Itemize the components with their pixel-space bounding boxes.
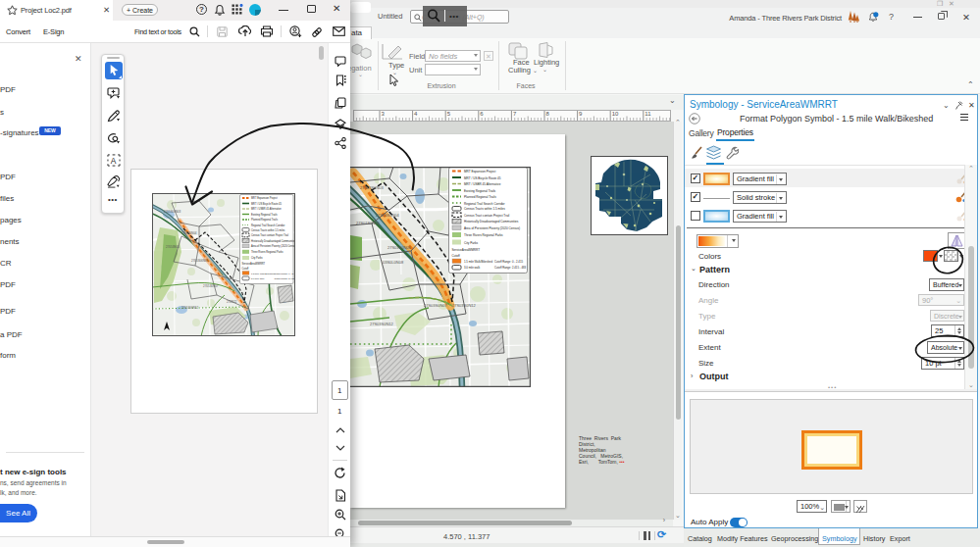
svg-text:27S03S0N12: 27S03S0N12: [370, 322, 394, 326]
svg-text:1.5 mile Walk/Bikeshed: 1.5 mile Walk/Bikeshed: [251, 273, 276, 274]
svg-text:ServiceAreaWMRRT: ServiceAreaWMRRT: [452, 248, 481, 252]
svg-text:Cutoff Range: 0 - 2.415: Cutoff Range: 0 - 2.415: [275, 273, 296, 274]
svg-text:City Parks: City Parks: [251, 256, 263, 260]
svg-text:Historically Disadvantaged Com: Historically Disadvantaged Communities: [464, 220, 519, 224]
svg-text:3.0 mile walk: 3.0 mile walk: [464, 266, 481, 270]
svg-text:27S03S0N12: 27S03S0N12: [452, 303, 477, 308]
svg-text:2705306N06: 2705306N06: [191, 259, 209, 263]
svg-text:Area of Persistent Poverty (20: Area of Persistent Poverty (2020 Census): [251, 244, 295, 248]
svg-text:City Parks: City Parks: [464, 241, 479, 245]
svg-text:270530N07: 270530N07: [203, 284, 219, 288]
svg-text:ServiceAreaWMRRT: ServiceAreaWMRRT: [242, 262, 266, 266]
svg-text:Census Tracts within 1.5 miles: Census Tracts within 1.5 miles: [251, 228, 285, 232]
svg-text:MRT Expansion Project: MRT Expansion Project: [464, 170, 496, 174]
svg-text:MRT Expansion Project: MRT Expansion Project: [251, 196, 278, 200]
svg-text:MRT / USBR 45 Alternative: MRT / USBR 45 Alternative: [464, 182, 501, 186]
svg-text:1.5 mile Walk/Bikeshed: 1.5 mile Walk/Bikeshed: [464, 260, 492, 264]
svg-text:27S03S0N06: 27S03S0N06: [387, 245, 412, 250]
svg-text:27S03S0N07: 27S03S0N07: [424, 303, 448, 308]
svg-text:Census Tract contain Project T: Census Tract contain Project Trail: [251, 233, 289, 237]
svg-text:Census Tract contain Project T: Census Tract contain Project Trail: [464, 214, 510, 218]
svg-text:MRT / US Bicycle Route 45: MRT / US Bicycle Route 45: [251, 202, 282, 206]
svg-text:Cutoff Range: 0 - 2.415: Cutoff Range: 0 - 2.415: [494, 260, 523, 264]
svg-text:27S03S0N04: 27S03S0N04: [376, 213, 400, 218]
svg-text:2705306N03: 2705306N03: [164, 210, 181, 214]
svg-text:27S03S0N03: 27S03S0N03: [360, 185, 385, 190]
svg-text:Regional Trail Search Corridor: Regional Trail Search Corridor: [464, 202, 505, 206]
svg-text:Cutoff: Cutoff: [452, 254, 460, 258]
svg-text:Three Rivers Regional Parks: Three Rivers Regional Parks: [464, 233, 503, 237]
svg-text:2705306N12: 2705306N12: [181, 306, 199, 310]
svg-text:MRT / USBR 45 Alternative: MRT / USBR 45 Alternative: [251, 207, 282, 211]
svg-text:27053N05: 27053N05: [166, 245, 180, 249]
svg-text:Area of Persistent Poverty (20: Area of Persistent Poverty (2020 Census): [464, 226, 520, 230]
svg-text:Existing Regional Trails: Existing Regional Trails: [464, 189, 496, 193]
svg-text:270N12: 270N12: [227, 300, 237, 304]
svg-text:Cutoff: Cutoff: [242, 267, 249, 271]
svg-text:Cutoff Range: 2.415 - 483: Cutoff Range: 2.415 - 483: [275, 277, 296, 279]
svg-text:Three Rivers Regional Parks: Three Rivers Regional Parks: [251, 250, 284, 254]
svg-text:Regional Trail Search Corridor: Regional Trail Search Corridor: [251, 224, 284, 227]
svg-text:Planned Regional Trails: Planned Regional Trails: [464, 195, 496, 199]
svg-text:Existing Regional Trails: Existing Regional Trails: [251, 213, 278, 217]
svg-text:MRT / US Bicycle Route 45: MRT / US Bicycle Route 45: [464, 176, 501, 180]
svg-text:A: A: [111, 156, 117, 166]
svg-text:Census Tracts within 1.5 miles: Census Tracts within 1.5 miles: [464, 207, 505, 211]
svg-text:03S0L0N08: 03S0L0N08: [383, 260, 404, 265]
svg-text:27S01S0N05: 27S01S0N05: [356, 221, 381, 225]
svg-text:Cutoff Range: 2.415 - 483: Cutoff Range: 2.415 - 483: [494, 266, 527, 270]
svg-text:270530N04: 270530N04: [181, 231, 197, 235]
svg-text:Planned Regional Trails: Planned Regional Trails: [251, 218, 279, 222]
svg-text:Historically Disadvantaged Com: Historically Disadvantaged Communities: [251, 239, 295, 243]
svg-text:3.0 mile walk: 3.0 mile walk: [251, 277, 265, 279]
